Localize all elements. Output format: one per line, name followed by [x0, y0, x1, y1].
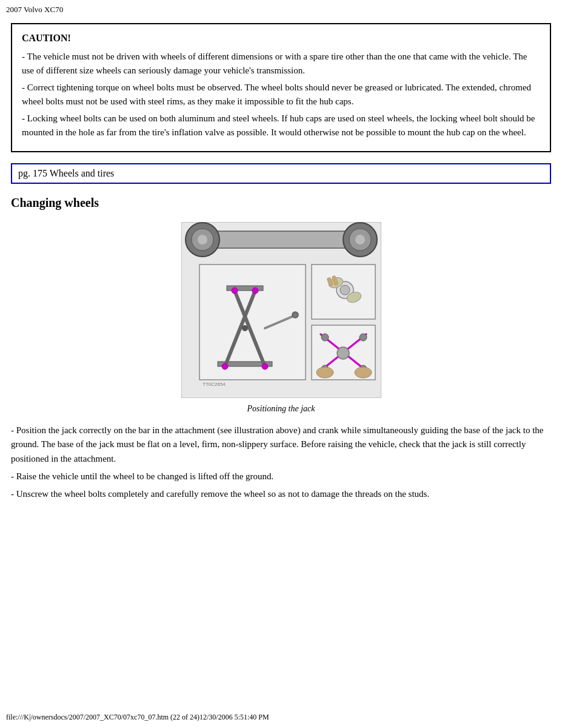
page-ref-text: pg. 175 Wheels and tires: [18, 168, 114, 178]
illustration-caption: Positioning the jack: [181, 404, 381, 414]
footer-text: file:///K|/ownersdocs/2007/2007_XC70/07x…: [6, 713, 269, 721]
svg-point-30: [321, 334, 329, 341]
jack-image-container: TT0C2654 Positioning the jack: [11, 222, 551, 414]
svg-text:TT0C2654: TT0C2654: [202, 382, 226, 387]
page-header: 2007 Volvo XC70: [0, 0, 562, 17]
section-title: Changing wheels: [11, 196, 551, 210]
svg-point-31: [360, 334, 367, 341]
svg-point-17: [262, 363, 268, 369]
svg-point-19: [252, 288, 258, 294]
main-content: CAUTION! - The vehicle must not be drive…: [0, 17, 562, 529]
caution-text: - The vehicle must not be driven with wh…: [22, 50, 540, 139]
caution-paragraph-2: - Correct tightening torque on wheel bol…: [22, 81, 540, 108]
page-title: 2007 Volvo XC70: [6, 5, 63, 14]
svg-point-35: [316, 367, 333, 378]
svg-point-18: [232, 288, 238, 294]
page-ref-box: pg. 175 Wheels and tires: [11, 163, 551, 184]
page-footer: file:///K|/ownersdocs/2007/2007_XC70/07x…: [0, 713, 562, 722]
jack-svg: TT0C2654: [181, 222, 381, 398]
section-paragraph-3: - Unscrew the wheel bolts completely and…: [11, 487, 551, 501]
caution-title: CAUTION!: [22, 33, 540, 44]
section-body: - Position the jack correctly on the bar…: [11, 423, 551, 501]
section-paragraph-1: - Position the jack correctly on the bar…: [11, 423, 551, 466]
svg-point-34: [337, 347, 349, 359]
caution-paragraph-1: - The vehicle must not be driven with wh…: [22, 50, 540, 77]
svg-point-36: [355, 367, 372, 378]
section-paragraph-2: - Raise the vehicle until the wheel to b…: [11, 470, 551, 484]
svg-point-13: [242, 325, 248, 331]
svg-point-22: [340, 285, 350, 295]
caution-box: CAUTION! - The vehicle must not be drive…: [11, 23, 551, 152]
svg-point-7: [355, 235, 365, 244]
svg-point-4: [198, 235, 207, 244]
caution-paragraph-3: - Locking wheel bolts can be used on bot…: [22, 112, 540, 139]
svg-point-15: [292, 312, 298, 318]
jack-illustration: TT0C2654 Positioning the jack: [181, 222, 381, 414]
svg-point-16: [222, 363, 228, 369]
